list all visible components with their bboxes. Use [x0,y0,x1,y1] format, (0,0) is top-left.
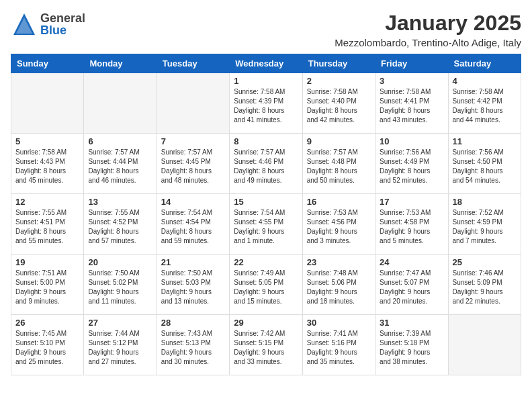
calendar-day-cell: 23Sunrise: 7:48 AM Sunset: 5:06 PM Dayli… [302,255,375,315]
day-info: Sunrise: 7:43 AM Sunset: 5:13 PM Dayligh… [161,329,225,367]
day-number: 26 [15,318,79,328]
calendar-week-row: 12Sunrise: 7:55 AM Sunset: 4:51 PM Dayli… [11,194,521,255]
day-of-week-header: Thursday [302,54,375,73]
day-number: 24 [380,257,443,267]
calendar-day-cell: 11Sunrise: 7:56 AM Sunset: 4:50 PM Dayli… [448,134,521,194]
day-number: 15 [234,197,298,207]
day-info: Sunrise: 7:41 AM Sunset: 5:16 PM Dayligh… [307,329,371,367]
calendar-day-cell: 13Sunrise: 7:55 AM Sunset: 4:52 PM Dayli… [84,194,157,255]
day-number: 30 [307,318,371,328]
day-number: 12 [15,197,79,207]
calendar-table: SundayMondayTuesdayWednesdayThursdayFrid… [11,54,521,375]
day-number: 27 [88,318,152,328]
logo-icon [11,11,38,38]
day-info: Sunrise: 7:58 AM Sunset: 4:41 PM Dayligh… [380,87,443,125]
calendar-day-cell [84,73,157,134]
calendar-day-cell [448,315,521,375]
day-info: Sunrise: 7:56 AM Sunset: 4:50 PM Dayligh… [453,148,517,185]
calendar-week-row: 26Sunrise: 7:45 AM Sunset: 5:10 PM Dayli… [11,315,521,375]
day-number: 19 [15,257,79,267]
calendar-day-cell: 17Sunrise: 7:53 AM Sunset: 4:58 PM Dayli… [375,194,448,255]
day-info: Sunrise: 7:55 AM Sunset: 4:51 PM Dayligh… [15,208,79,246]
calendar-day-cell: 19Sunrise: 7:51 AM Sunset: 5:00 PM Dayli… [11,255,84,315]
day-info: Sunrise: 7:58 AM Sunset: 4:40 PM Dayligh… [307,87,371,125]
calendar-day-cell: 20Sunrise: 7:50 AM Sunset: 5:02 PM Dayli… [84,255,157,315]
day-number: 5 [15,136,79,146]
logo: General Blue [11,11,85,38]
calendar-day-cell: 25Sunrise: 7:46 AM Sunset: 5:09 PM Dayli… [448,255,521,315]
day-of-week-header: Sunday [11,54,84,73]
day-number: 1 [234,76,298,86]
calendar-day-cell: 21Sunrise: 7:50 AM Sunset: 5:03 PM Dayli… [157,255,229,315]
calendar-day-cell: 22Sunrise: 7:49 AM Sunset: 5:05 PM Dayli… [230,255,302,315]
day-info: Sunrise: 7:39 AM Sunset: 5:18 PM Dayligh… [380,329,443,367]
day-of-week-header: Wednesday [230,54,302,73]
day-number: 11 [453,136,517,146]
day-info: Sunrise: 7:50 AM Sunset: 5:03 PM Dayligh… [161,269,225,306]
day-info: Sunrise: 7:49 AM Sunset: 5:05 PM Dayligh… [234,269,298,306]
day-number: 9 [307,136,371,146]
calendar-day-cell: 10Sunrise: 7:56 AM Sunset: 4:49 PM Dayli… [375,134,448,194]
day-info: Sunrise: 7:55 AM Sunset: 4:52 PM Dayligh… [88,208,152,246]
calendar-day-cell: 5Sunrise: 7:58 AM Sunset: 4:43 PM Daylig… [11,134,84,194]
day-info: Sunrise: 7:52 AM Sunset: 4:59 PM Dayligh… [453,208,517,246]
page-header: General Blue January 2025 Mezzolombardo,… [11,11,521,48]
month-title: January 2025 [335,11,521,36]
day-info: Sunrise: 7:54 AM Sunset: 4:54 PM Dayligh… [161,208,225,246]
calendar-header-row: SundayMondayTuesdayWednesdayThursdayFrid… [11,54,521,73]
calendar-day-cell: 18Sunrise: 7:52 AM Sunset: 4:59 PM Dayli… [448,194,521,255]
day-number: 29 [234,318,298,328]
day-number: 10 [380,136,443,146]
day-info: Sunrise: 7:47 AM Sunset: 5:07 PM Dayligh… [380,269,443,306]
logo-name: General Blue [40,12,85,36]
calendar-day-cell: 16Sunrise: 7:53 AM Sunset: 4:56 PM Dayli… [302,194,375,255]
day-number: 28 [161,318,225,328]
day-info: Sunrise: 7:53 AM Sunset: 4:58 PM Dayligh… [380,208,443,246]
day-number: 23 [307,257,371,267]
day-number: 8 [234,136,298,146]
day-info: Sunrise: 7:45 AM Sunset: 5:10 PM Dayligh… [15,329,79,367]
calendar-day-cell [11,73,84,134]
day-number: 3 [380,76,443,86]
calendar-week-row: 19Sunrise: 7:51 AM Sunset: 5:00 PM Dayli… [11,255,521,315]
calendar-day-cell: 29Sunrise: 7:42 AM Sunset: 5:15 PM Dayli… [230,315,302,375]
day-number: 4 [453,76,517,86]
day-info: Sunrise: 7:57 AM Sunset: 4:45 PM Dayligh… [161,148,225,185]
day-info: Sunrise: 7:58 AM Sunset: 4:43 PM Dayligh… [15,148,79,185]
calendar-day-cell: 27Sunrise: 7:44 AM Sunset: 5:12 PM Dayli… [84,315,157,375]
day-of-week-header: Friday [375,54,448,73]
day-info: Sunrise: 7:57 AM Sunset: 4:46 PM Dayligh… [234,148,298,185]
logo-general-text: General [40,12,85,24]
calendar-week-row: 5Sunrise: 7:58 AM Sunset: 4:43 PM Daylig… [11,134,521,194]
day-number: 14 [161,197,225,207]
day-number: 18 [453,197,517,207]
title-block: January 2025 Mezzolombardo, Trentino-Alt… [335,11,521,48]
calendar-day-cell: 3Sunrise: 7:58 AM Sunset: 4:41 PM Daylig… [375,73,448,134]
day-info: Sunrise: 7:50 AM Sunset: 5:02 PM Dayligh… [88,269,152,306]
day-number: 25 [453,257,517,267]
day-info: Sunrise: 7:48 AM Sunset: 5:06 PM Dayligh… [307,269,371,306]
day-number: 31 [380,318,443,328]
day-info: Sunrise: 7:57 AM Sunset: 4:48 PM Dayligh… [307,148,371,185]
day-of-week-header: Saturday [448,54,521,73]
day-of-week-header: Tuesday [157,54,229,73]
logo-blue-text: Blue [40,24,85,36]
day-info: Sunrise: 7:46 AM Sunset: 5:09 PM Dayligh… [453,269,517,306]
calendar-day-cell: 15Sunrise: 7:54 AM Sunset: 4:55 PM Dayli… [230,194,302,255]
day-number: 20 [88,257,152,267]
calendar-day-cell: 14Sunrise: 7:54 AM Sunset: 4:54 PM Dayli… [157,194,229,255]
calendar-day-cell: 8Sunrise: 7:57 AM Sunset: 4:46 PM Daylig… [230,134,302,194]
day-number: 17 [380,197,443,207]
day-info: Sunrise: 7:42 AM Sunset: 5:15 PM Dayligh… [234,329,298,367]
day-info: Sunrise: 7:54 AM Sunset: 4:55 PM Dayligh… [234,208,298,246]
calendar-day-cell: 7Sunrise: 7:57 AM Sunset: 4:45 PM Daylig… [157,134,229,194]
calendar-day-cell: 4Sunrise: 7:58 AM Sunset: 4:42 PM Daylig… [448,73,521,134]
day-info: Sunrise: 7:58 AM Sunset: 4:42 PM Dayligh… [453,87,517,125]
day-number: 13 [88,197,152,207]
day-number: 2 [307,76,371,86]
day-info: Sunrise: 7:58 AM Sunset: 4:39 PM Dayligh… [234,87,298,125]
day-number: 16 [307,197,371,207]
calendar-day-cell: 1Sunrise: 7:58 AM Sunset: 4:39 PM Daylig… [230,73,302,134]
calendar-day-cell: 2Sunrise: 7:58 AM Sunset: 4:40 PM Daylig… [302,73,375,134]
day-info: Sunrise: 7:44 AM Sunset: 5:12 PM Dayligh… [88,329,152,367]
